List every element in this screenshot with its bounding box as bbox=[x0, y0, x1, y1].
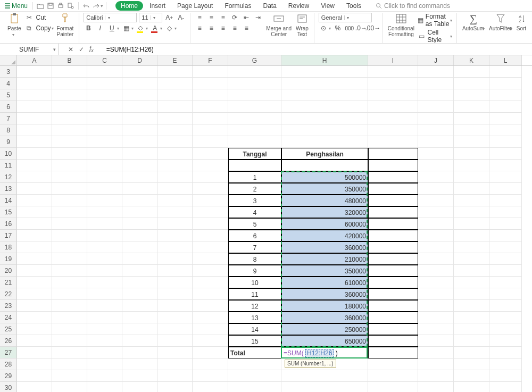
cell-J13[interactable] bbox=[418, 183, 454, 195]
cell-I23[interactable] bbox=[368, 300, 418, 312]
cell-E5[interactable] bbox=[157, 89, 193, 101]
grow-font-icon[interactable]: A+ bbox=[164, 13, 174, 22]
cell-C3[interactable] bbox=[87, 66, 122, 78]
indent-increase-icon[interactable]: ⇥ bbox=[253, 13, 263, 22]
cell-A18[interactable] bbox=[17, 241, 52, 253]
cell-D25[interactable] bbox=[122, 323, 157, 335]
cell-G20[interactable]: 9 bbox=[228, 265, 281, 277]
cell-C18[interactable] bbox=[87, 241, 122, 253]
row-header[interactable]: 4 bbox=[0, 78, 17, 89]
undo-dropdown-icon[interactable]: ▾ bbox=[101, 3, 103, 9]
cell-K12[interactable] bbox=[454, 171, 489, 183]
cell-J29[interactable] bbox=[418, 370, 454, 382]
cell-C24[interactable] bbox=[87, 312, 122, 323]
cell-H3[interactable] bbox=[281, 66, 368, 78]
cell-L12[interactable] bbox=[489, 171, 522, 183]
cell-K26[interactable] bbox=[454, 335, 489, 347]
cell-H18[interactable]: 360000 bbox=[281, 241, 368, 253]
cell-F5[interactable] bbox=[193, 89, 228, 101]
cell-L26[interactable] bbox=[489, 335, 522, 347]
cell-H11[interactable] bbox=[281, 160, 368, 171]
cell-L9[interactable] bbox=[489, 136, 522, 148]
cell-I27[interactable] bbox=[368, 347, 418, 358]
cell-D8[interactable] bbox=[122, 124, 157, 136]
cell-H15[interactable]: 320000 bbox=[281, 206, 368, 218]
col-header-C[interactable]: C bbox=[87, 55, 122, 65]
cell-D27[interactable] bbox=[122, 347, 157, 358]
font-name-combo[interactable]: Calibri▾ bbox=[84, 13, 137, 22]
row-header[interactable]: 27 bbox=[0, 347, 17, 358]
cell-A24[interactable] bbox=[17, 312, 52, 323]
merge-center-button[interactable]: Merge and Center bbox=[265, 13, 293, 37]
cell-C4[interactable] bbox=[87, 78, 122, 89]
align-left-icon[interactable]: ≡ bbox=[195, 23, 204, 33]
tab-data[interactable]: Data bbox=[257, 1, 281, 11]
cell-B9[interactable] bbox=[52, 136, 87, 148]
cell-I4[interactable] bbox=[368, 78, 418, 89]
cell-B18[interactable] bbox=[52, 241, 87, 253]
row-header[interactable]: 8 bbox=[0, 124, 17, 136]
cell-B25[interactable] bbox=[52, 323, 87, 335]
cell-J7[interactable] bbox=[418, 113, 454, 124]
fx-icon[interactable]: fx bbox=[89, 45, 94, 53]
cell-F3[interactable] bbox=[193, 66, 228, 78]
cell-F6[interactable] bbox=[193, 101, 228, 113]
cell-B14[interactable] bbox=[52, 195, 87, 206]
cell-K19[interactable] bbox=[454, 253, 489, 265]
autofilter-button[interactable]: AutoFilter▾ bbox=[488, 13, 513, 32]
cell-I12[interactable] bbox=[368, 171, 418, 183]
fill-color-icon[interactable] bbox=[136, 23, 145, 33]
tab-formulas[interactable]: Formulas bbox=[219, 1, 256, 11]
cell-H26[interactable]: 650000 bbox=[281, 335, 368, 347]
row-header[interactable]: 25 bbox=[0, 323, 17, 335]
cell-B30[interactable] bbox=[52, 382, 87, 392]
cell-B26[interactable] bbox=[52, 335, 87, 347]
row-header[interactable]: 24 bbox=[0, 312, 17, 323]
open-icon[interactable] bbox=[36, 1, 45, 11]
cell-A27[interactable] bbox=[17, 347, 52, 358]
cell-J8[interactable] bbox=[418, 124, 454, 136]
cell-K24[interactable] bbox=[454, 312, 489, 323]
tab-review[interactable]: Review bbox=[283, 1, 314, 11]
cell-A9[interactable] bbox=[17, 136, 52, 148]
cell-D3[interactable] bbox=[122, 66, 157, 78]
cell-E14[interactable] bbox=[157, 195, 193, 206]
cell-E29[interactable] bbox=[157, 370, 193, 382]
cell-K25[interactable] bbox=[454, 323, 489, 335]
cell-D13[interactable] bbox=[122, 183, 157, 195]
cell-K23[interactable] bbox=[454, 300, 489, 312]
cell-F8[interactable] bbox=[193, 124, 228, 136]
cut-button[interactable]: ✂Cut bbox=[24, 13, 54, 22]
align-right-icon[interactable]: ≡ bbox=[218, 23, 228, 33]
tell-me-search[interactable]: Click to find commands bbox=[376, 2, 450, 10]
cell-L6[interactable] bbox=[489, 101, 522, 113]
border-icon[interactable]: ▦ bbox=[121, 23, 131, 33]
row-header[interactable]: 13 bbox=[0, 183, 17, 195]
cell-H16[interactable]: 600000 bbox=[281, 218, 368, 230]
tab-home[interactable]: Home bbox=[115, 1, 143, 11]
redo-icon[interactable] bbox=[92, 1, 101, 11]
row-header[interactable]: 29 bbox=[0, 370, 17, 382]
cell-I22[interactable] bbox=[368, 288, 418, 300]
format-painter-button[interactable]: Format Painter bbox=[56, 13, 75, 37]
cell-B16[interactable] bbox=[52, 218, 87, 230]
cell-L22[interactable] bbox=[489, 288, 522, 300]
paste-button[interactable]: Paste ▾ bbox=[6, 13, 22, 38]
cell-F29[interactable] bbox=[193, 370, 228, 382]
shrink-font-icon[interactable]: A- bbox=[176, 13, 186, 22]
cell-K30[interactable] bbox=[454, 382, 489, 392]
cell-I5[interactable] bbox=[368, 89, 418, 101]
row-header[interactable]: 22 bbox=[0, 288, 17, 300]
cell-L23[interactable] bbox=[489, 300, 522, 312]
cell-G14[interactable]: 3 bbox=[228, 195, 281, 206]
cell-F20[interactable] bbox=[193, 265, 228, 277]
cell-E9[interactable] bbox=[157, 136, 193, 148]
row-header[interactable]: 16 bbox=[0, 218, 17, 230]
cell-L10[interactable] bbox=[489, 148, 522, 160]
cell-F17[interactable] bbox=[193, 230, 228, 241]
cell-C21[interactable] bbox=[87, 277, 122, 288]
cell-B11[interactable] bbox=[52, 160, 87, 171]
cell-L15[interactable] bbox=[489, 206, 522, 218]
cell-A28[interactable] bbox=[17, 358, 52, 370]
cell-A15[interactable] bbox=[17, 206, 52, 218]
